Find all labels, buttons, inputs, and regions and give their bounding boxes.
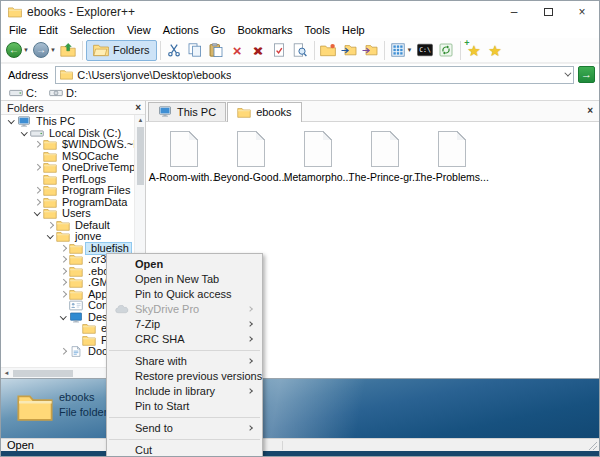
desktop-icon [69, 312, 83, 323]
go-button[interactable]: → [578, 66, 595, 83]
refresh-button[interactable] [436, 40, 457, 61]
file-item-metamorpho[interactable]: Metamorpho... [284, 131, 351, 183]
resize-grip[interactable] [589, 442, 597, 450]
tree-item-label: Program Files [60, 185, 132, 196]
chevron-right-icon[interactable] [33, 186, 42, 195]
context-menu-item-crc-sha[interactable]: CRC SHA [107, 332, 262, 347]
title-bar: ebooks - Explorer++ –× [1, 1, 599, 23]
new-folder-button[interactable] [318, 40, 339, 61]
context-menu-item-open-in-new-tab[interactable]: Open in New Tab [107, 272, 262, 287]
tree-item-default[interactable]: Default [1, 220, 133, 232]
context-menu-item-pin-to-quick-access[interactable]: Pin to Quick access [107, 287, 262, 302]
scroll-up-icon[interactable]: ▲ [135, 115, 145, 125]
context-menu-item-restore-previous-versions[interactable]: Restore previous versions [107, 369, 262, 384]
move-to-folder-button[interactable] [360, 40, 381, 61]
address-input[interactable]: C:\Users\jonve\Desktop\ebooks [55, 66, 574, 84]
context-menu-item-pin-to-start[interactable]: Pin to Start [107, 399, 262, 414]
context-menu-item-include-in-library[interactable]: Include in library [107, 384, 262, 399]
folders-close-button[interactable]: × [135, 103, 141, 113]
copy-button[interactable] [185, 40, 206, 61]
paste-button[interactable] [206, 40, 227, 61]
cut-button[interactable] [164, 40, 185, 61]
tab-this-pc[interactable]: This PC [148, 102, 226, 121]
tree-item-label: Users [60, 208, 93, 219]
copy-to-folder-button[interactable] [339, 40, 360, 61]
chevron-down-icon[interactable] [7, 117, 16, 126]
file-item-beyond-good[interactable]: Beyond-Good... [217, 131, 284, 183]
minimize-button[interactable]: – [497, 1, 531, 23]
scrollbar-thumb[interactable] [137, 127, 144, 185]
tree-item-jonve[interactable]: jonve [1, 231, 133, 243]
drive-button-c[interactable]: C: [4, 85, 42, 100]
chevron-right-icon[interactable] [59, 267, 68, 276]
views-button[interactable]: ▼ [388, 40, 415, 61]
drive-button-d[interactable]: D: [44, 85, 82, 100]
up-button[interactable] [58, 40, 79, 61]
bookmarks-button[interactable]: ★ [485, 40, 506, 61]
context-menu-item-open[interactable]: Open [107, 257, 262, 272]
chevron-right-icon[interactable] [33, 198, 42, 207]
chevron-down-icon[interactable] [20, 129, 29, 138]
menu-tools[interactable]: Tools [298, 23, 336, 38]
address-dropdown-icon[interactable] [564, 70, 571, 77]
search-button[interactable] [290, 40, 311, 61]
folders-toggle-button[interactable]: Folders [86, 40, 157, 61]
tab-bar: This PCebooks × [146, 101, 599, 122]
tree-item-windows-bt[interactable]: $WINDOWS.~BT [1, 139, 133, 151]
tab-ebooks[interactable]: ebooks [227, 102, 301, 122]
chevron-right-icon[interactable] [59, 278, 68, 287]
cloud-icon [114, 305, 129, 314]
menu-bookmarks[interactable]: Bookmarks [231, 23, 298, 38]
add-bookmark-button[interactable]: ★+ [464, 40, 485, 61]
file-item-the-problems[interactable]: The-Problems... [418, 131, 485, 183]
menu-selection[interactable]: Selection [64, 23, 121, 38]
menu-file[interactable]: File [3, 23, 33, 38]
chevron-right-icon[interactable] [33, 163, 42, 172]
back-button[interactable]: ←▼ [4, 40, 31, 61]
dropdown-caret-icon[interactable]: ▼ [50, 47, 56, 53]
pc-icon [158, 106, 172, 117]
context-menu-item-send-to[interactable]: Send to [107, 421, 262, 436]
file-item-the-prince-gr[interactable]: The-Prince-gr... [351, 131, 418, 183]
chevron-right-icon[interactable] [33, 140, 42, 149]
context-menu-item-7-zip[interactable]: 7-Zip [107, 317, 262, 332]
chevron-spacer [59, 301, 68, 310]
dropdown-caret-icon[interactable]: ▼ [407, 47, 413, 53]
scrollbar-thumb[interactable] [13, 370, 73, 377]
taskbar-strip [1, 451, 599, 456]
chevron-right-icon[interactable] [59, 255, 68, 264]
chevron-down-icon[interactable] [33, 209, 42, 218]
command-prompt-button[interactable]: C:\ [415, 40, 436, 61]
menu-edit[interactable]: Edit [33, 23, 64, 38]
delete-button[interactable]: × [227, 40, 248, 61]
delete-permanently-button[interactable]: × [248, 40, 269, 61]
close-button[interactable]: × [565, 1, 599, 23]
chevron-right-icon[interactable] [59, 347, 68, 356]
tree-item-onedrivetemp[interactable]: OneDriveTemp [1, 162, 133, 174]
chevron-right-icon[interactable] [59, 290, 68, 299]
menu-actions[interactable]: Actions [157, 23, 205, 38]
file-item-a-room-with[interactable]: A-Room-with... [150, 131, 217, 183]
display-pane: ebooks File folder [1, 378, 599, 438]
menu-go[interactable]: Go [205, 23, 232, 38]
menu-help[interactable]: Help [336, 23, 371, 38]
tree-item-users[interactable]: Users [1, 208, 133, 220]
tree-item-this-pc[interactable]: This PC [1, 116, 133, 128]
chevron-right-icon[interactable] [59, 244, 68, 253]
tab-close-button[interactable]: × [587, 106, 593, 116]
maximize-button[interactable] [531, 1, 565, 23]
properties-button[interactable] [269, 40, 290, 61]
chevron-right-icon[interactable] [46, 221, 55, 230]
context-menu-item-cut[interactable]: Cut [107, 443, 262, 457]
dropdown-caret-icon[interactable]: ▼ [23, 47, 29, 53]
context-menu-item-label: Share with [135, 355, 187, 367]
chevron-down-icon[interactable] [46, 232, 55, 241]
tree-item-label: ProgramData [60, 197, 129, 208]
menu-view[interactable]: View [121, 23, 157, 38]
cd-drive-icon [49, 88, 63, 98]
context-menu-item-share-with[interactable]: Share with [107, 354, 262, 369]
forward-button[interactable]: →▼ [31, 40, 58, 61]
chevron-down-icon[interactable] [59, 313, 68, 322]
context-menu-item-skydrive-pro[interactable]: SkyDrive Pro [107, 302, 262, 317]
tree-item-program-files[interactable]: Program Files [1, 185, 133, 197]
